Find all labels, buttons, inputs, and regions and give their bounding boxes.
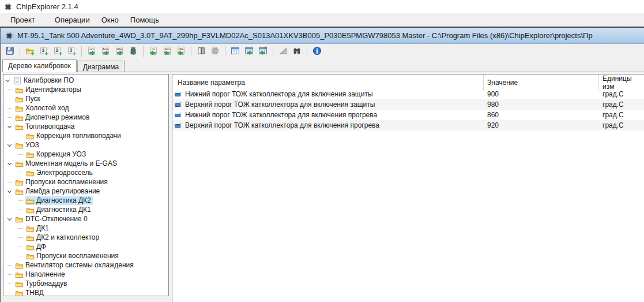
toolbar-add-3-button[interactable]: 3 (65, 46, 78, 58)
menu-item-project[interactable]: Проект (5, 14, 41, 26)
tree-item[interactable]: УОЗ (3, 140, 168, 150)
toolbar-separator (20, 46, 20, 57)
toolbar-compare-button[interactable] (195, 46, 208, 58)
tree-item[interactable]: Холостой ход (3, 103, 168, 113)
table-row[interactable]: Верхний порог ТОЖ катколлектора для вклю… (172, 120, 644, 131)
menu-item-help[interactable]: Помощь (125, 14, 165, 26)
tree-indent (6, 168, 18, 177)
tree-item-label: Топливоподача (25, 122, 74, 131)
folder-icon (26, 206, 35, 214)
chevron-down-icon[interactable] (7, 122, 14, 131)
tree-item[interactable]: DTC-Отключение 0 (3, 214, 168, 223)
chip-gray-icon (210, 46, 220, 58)
tree-indent (6, 150, 18, 159)
chevron-down-icon[interactable] (7, 187, 14, 196)
tree-item[interactable]: Пропуски воспламенения (3, 177, 168, 187)
info-icon (312, 46, 322, 58)
compare-icon (197, 46, 206, 58)
tree-item[interactable]: ДФ (3, 242, 168, 251)
tree-connector (7, 94, 14, 103)
toolbar-info-button[interactable] (311, 46, 323, 58)
tree-item-label: DTC-Отключение 0 (25, 215, 88, 223)
tree-item[interactable]: Идентификаторы (3, 85, 168, 94)
chevron-down-icon[interactable] (7, 140, 14, 150)
menu-item-operations[interactable]: Операции (49, 14, 96, 26)
table-row[interactable]: Верхний порог ТОЖ катколлектора для вклю… (172, 99, 644, 110)
tree-item[interactable]: Пуск (3, 94, 168, 103)
tree-item[interactable]: ДК2 и катколлектор (3, 233, 168, 242)
tab-diagram[interactable]: Диаграмма (77, 61, 125, 72)
tree-item[interactable]: Диспетчер режимов (3, 113, 168, 122)
tree-item[interactable]: Лямбда регулирование (3, 187, 168, 196)
toolbar-import-bin-button[interactable]: bin (161, 46, 174, 58)
tab-strip: Дерево калибровокДиаграмма (1, 59, 644, 72)
toolbar-find-button[interactable] (291, 46, 303, 58)
table-icon (231, 46, 240, 58)
numbered-plus-icon: 3 (67, 46, 76, 58)
tree-item-label: Пропуски воспламенения (36, 252, 119, 260)
tree-item[interactable]: Моментная модель и E-GAS (3, 159, 168, 168)
toolbar-import-cs-button[interactable]: cs (147, 46, 160, 58)
toolbar-table-view-button[interactable] (229, 46, 242, 58)
toolbar-export-usb-button[interactable] (127, 46, 140, 58)
folder-plus-icon (25, 46, 35, 58)
toolbar-add-folder-button[interactable] (24, 46, 36, 58)
chevron-down-icon[interactable] (7, 159, 14, 168)
parameter-units: град.С (599, 111, 644, 119)
column-header-1[interactable]: Значение (484, 74, 599, 91)
tab-calibration-tree[interactable]: Дерево калибровок (2, 59, 77, 72)
tree-item[interactable]: Топливоподача (3, 122, 168, 131)
tree-indent (6, 223, 18, 233)
toolbar-add-2-button[interactable]: 2 (51, 46, 64, 58)
tree-item[interactable]: Коррекция УОЗ (3, 150, 168, 159)
toolbar-export-dta-button[interactable]: dta (113, 46, 126, 58)
svg-text:1: 1 (42, 47, 44, 53)
toolbar-export-ori-button[interactable]: ori (85, 46, 98, 58)
parameter-value[interactable]: 980 (484, 100, 599, 109)
parameter-value[interactable]: 860 (484, 111, 599, 119)
folder-icon (15, 178, 24, 187)
tree-item[interactable]: Наполнение (3, 270, 168, 279)
toolbar-add-1-button[interactable]: 1 (37, 46, 50, 58)
parameter-value[interactable]: 900 (484, 90, 599, 98)
tree-connector (18, 242, 25, 251)
tree-item[interactable]: Пропуски воспламенения (3, 251, 168, 260)
parameter-icon (175, 111, 183, 119)
parameter-name: Нижний порог ТОЖ катколлектора для включ… (185, 90, 373, 98)
tree-connector (7, 113, 14, 122)
tree-item[interactable]: Калибровки ПО (3, 76, 168, 85)
chevron-down-icon[interactable] (7, 214, 14, 223)
tree-item[interactable]: ТНВД (3, 288, 168, 296)
tree-item-label: Калибровки ПО (24, 76, 74, 84)
table-row[interactable]: Нижний порог ТОЖ катколлектора для включ… (172, 89, 644, 99)
menu-item-window[interactable]: Окно (96, 14, 125, 26)
app-titlebar[interactable]: ChipExplorer 2.1.4 (0, 0, 644, 13)
tree-item-label: Холостой ход (25, 104, 69, 112)
toolbar-save-button[interactable] (3, 46, 16, 58)
table-row[interactable]: Нижний порог ТОЖ катколлектора для включ… (172, 110, 644, 120)
project-window: MT-95.1_Tank 500 Adventure_4WD_3.0T_9AT_… (0, 28, 644, 302)
project-titlebar[interactable]: MT-95.1_Tank 500 Adventure_4WD_3.0T_9AT_… (1, 28, 644, 44)
toolbar-separator (191, 46, 191, 57)
tree-item-label: Электродроссель (36, 169, 93, 177)
column-header-2[interactable]: Единицы изм (599, 74, 644, 91)
toolbar-table-import-button[interactable] (257, 46, 269, 58)
parameter-value[interactable]: 920 (484, 121, 599, 129)
tree-item[interactable]: Коррекция топливоподачи (3, 131, 168, 140)
chevron-down-icon[interactable] (6, 76, 13, 85)
tree-item[interactable]: Электродроссель (3, 168, 168, 177)
parameter-name: Нижний порог ТОЖ катколлектора для включ… (185, 111, 377, 119)
folder-icon (15, 113, 24, 122)
column-header-0[interactable]: Название параметра (172, 74, 484, 91)
folder-icon (15, 104, 24, 113)
tree-connector (18, 131, 25, 140)
tree-item[interactable]: Вентилятор системы охлаждения (3, 260, 168, 270)
tree-item[interactable]: Диагностика ДК2 (3, 196, 168, 205)
toolbar-export-bin-button[interactable]: bin (99, 46, 112, 58)
tree-item[interactable]: Турбонаддув (3, 279, 168, 288)
tree-item[interactable]: Диагностика ДК1 (3, 205, 168, 214)
parameter-table-panel: Название параметраЗначениеЕдиницы изм Ни… (172, 74, 644, 302)
tree-item[interactable]: ДК1 (3, 223, 168, 233)
toolbar-table-export-button[interactable] (243, 46, 255, 58)
toolbar-import-dta-button[interactable]: dta (175, 46, 187, 58)
